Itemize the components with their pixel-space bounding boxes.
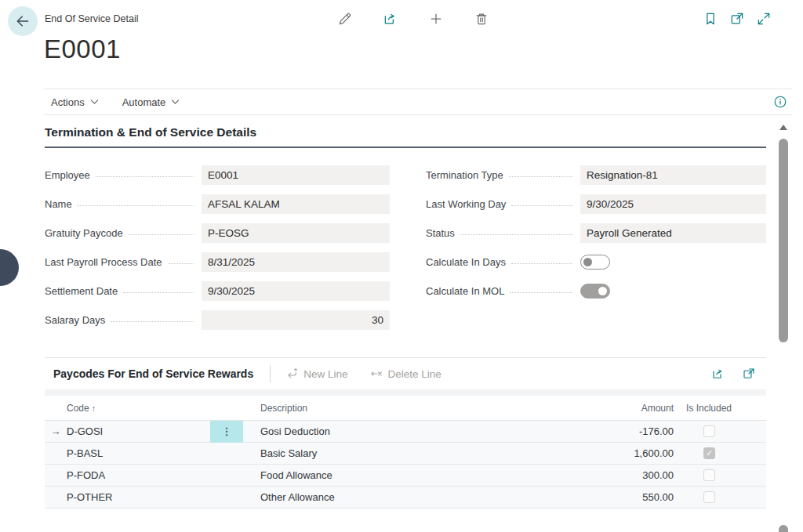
info-icon xyxy=(773,95,787,109)
name-field[interactable]: AFSAL KALAM xyxy=(202,194,390,214)
field-label: Salaray Days xyxy=(45,314,105,326)
field-label: Employee xyxy=(45,169,90,181)
table-row[interactable]: P-FODA Food Allowance 300.00 xyxy=(45,465,766,487)
description-cell[interactable]: Basic Salary xyxy=(243,447,572,459)
new-line-icon xyxy=(285,367,298,380)
dotted-leader xyxy=(168,263,194,264)
dotted-leader xyxy=(509,176,572,177)
field-label: Termination Type xyxy=(426,169,503,181)
gratuity-paycode-field[interactable]: P-EOSG xyxy=(202,223,390,243)
field-last-working-day: Last Working Day 9/30/2025 xyxy=(426,190,766,219)
field-label: Calculate In MOL xyxy=(426,285,504,297)
automate-menu-label: Automate xyxy=(122,96,166,108)
paycodes-part-header: Paycodes For End of Service Rewards New … xyxy=(45,357,766,389)
trash-icon xyxy=(474,11,489,27)
code-cell[interactable]: P-BASL xyxy=(67,447,210,459)
open-in-new-window-button[interactable] xyxy=(729,11,745,27)
column-header-code[interactable]: Code↑ xyxy=(67,403,210,414)
scrollbar-thumb-bottom[interactable] xyxy=(779,525,788,532)
amount-cell[interactable]: 1,600.00 xyxy=(572,447,674,459)
termination-fields: Employee E0001 Name AFSAL KALAM Gratuity… xyxy=(45,161,766,335)
is-included-checkbox[interactable] xyxy=(703,447,715,459)
column-header-description[interactable]: Description xyxy=(243,403,572,414)
paycodes-part-title: Paycodes For End of Service Rewards xyxy=(45,367,253,380)
row-ellipsis-button[interactable]: ⋮ xyxy=(210,421,243,443)
termination-type-field[interactable]: Resignation-81 xyxy=(580,165,766,185)
description-cell[interactable]: Food Allowance xyxy=(243,469,572,481)
back-button[interactable] xyxy=(8,6,38,36)
code-cell[interactable]: P-OTHER xyxy=(67,491,210,503)
table-row[interactable]: P-BASL Basic Salary 1,600.00 xyxy=(45,443,766,465)
calculate-in-mol-toggle[interactable] xyxy=(580,284,610,299)
actions-menu-label: Actions xyxy=(51,96,85,108)
plus-icon xyxy=(428,11,444,27)
field-gratuity-paycode: Gratuity Paycode P-EOSG xyxy=(45,219,390,248)
info-button[interactable] xyxy=(773,95,787,109)
scrollbar-up-arrow[interactable] xyxy=(779,125,787,130)
active-row-marker: → xyxy=(45,425,67,437)
new-line-label: New Line xyxy=(303,368,347,380)
last-payroll-process-date-field[interactable]: 8/31/2025 xyxy=(202,252,390,272)
end-of-service-detail-page: End Of Service Detail E0001 Actions xyxy=(0,0,803,532)
table-row[interactable]: P-OTHER Other Allowance 550.00 xyxy=(45,487,766,508)
chevron-down-icon xyxy=(90,99,99,105)
page-title: E0001 xyxy=(44,34,121,64)
termination-section-title: Termination & End of Service Details xyxy=(45,125,766,139)
paycodes-table-header: Code↑ Description Amount Is Included xyxy=(45,396,766,421)
dotted-leader xyxy=(511,263,572,264)
salaray-days-field[interactable]: 30 xyxy=(202,310,390,330)
field-calculate-in-days: Calculate In Days xyxy=(426,248,766,277)
delete-line-button[interactable]: Delete Line xyxy=(370,367,441,380)
fields-left-column: Employee E0001 Name AFSAL KALAM Gratuity… xyxy=(45,161,390,335)
field-label: Gratuity Paycode xyxy=(45,227,123,239)
bookmark-button[interactable] xyxy=(703,11,718,27)
amount-cell[interactable]: 550.00 xyxy=(572,491,674,503)
action-menubar: Actions Automate xyxy=(45,89,792,115)
amount-cell[interactable]: -176.00 xyxy=(572,425,674,437)
part-open-button[interactable] xyxy=(742,367,756,381)
dotted-leader xyxy=(129,234,194,235)
status-field[interactable]: Payroll Generated xyxy=(580,223,766,243)
automate-menu[interactable]: Automate xyxy=(122,96,180,108)
field-label: Calculate In Days xyxy=(426,256,506,268)
last-working-day-field[interactable]: 9/30/2025 xyxy=(580,194,766,214)
calculate-in-days-toggle[interactable] xyxy=(580,255,610,270)
delete-record-button[interactable] xyxy=(474,11,489,27)
is-included-checkbox[interactable] xyxy=(703,469,715,481)
table-row[interactable]: → D-GOSI ⋮ Gosi Deduction -176.00 xyxy=(45,421,766,443)
part-separator-strip xyxy=(45,389,766,396)
part-share-button[interactable] xyxy=(711,367,725,381)
record-toolbar xyxy=(337,11,489,27)
back-arrow-icon xyxy=(15,13,31,29)
code-cell[interactable]: D-GOSI xyxy=(67,425,210,437)
field-label: Status xyxy=(426,227,455,239)
dotted-leader xyxy=(511,205,572,206)
description-cell[interactable]: Other Allowance xyxy=(243,491,572,503)
dotted-leader xyxy=(78,205,194,206)
side-panel-handle[interactable] xyxy=(0,249,19,286)
is-included-checkbox[interactable] xyxy=(703,425,715,437)
field-termination-type: Termination Type Resignation-81 xyxy=(426,161,766,190)
column-header-is-included[interactable]: Is Included xyxy=(674,403,766,414)
field-label: Last Payroll Process Date xyxy=(45,256,162,268)
scrollbar-thumb[interactable] xyxy=(779,139,788,342)
expand-button[interactable] xyxy=(756,11,772,27)
column-header-amount[interactable]: Amount xyxy=(572,403,674,414)
amount-cell[interactable]: 300.00 xyxy=(572,469,674,481)
employee-field[interactable]: E0001 xyxy=(202,165,390,185)
edit-button[interactable] xyxy=(337,11,353,27)
new-line-button[interactable]: New Line xyxy=(285,367,347,380)
dotted-leader xyxy=(111,321,194,322)
share-button[interactable] xyxy=(383,11,398,27)
actions-menu[interactable]: Actions xyxy=(51,96,99,108)
is-included-checkbox[interactable] xyxy=(703,491,715,503)
dotted-leader xyxy=(96,176,194,177)
divider xyxy=(270,365,271,382)
settlement-date-field[interactable]: 9/30/2025 xyxy=(202,281,390,301)
field-salaray-days: Salaray Days 30 xyxy=(45,306,390,335)
new-record-button[interactable] xyxy=(428,11,444,27)
fields-right-column: Termination Type Resignation-81 Last Wor… xyxy=(426,161,766,335)
field-label: Settlement Date xyxy=(45,285,118,297)
code-cell[interactable]: P-FODA xyxy=(67,469,210,481)
description-cell[interactable]: Gosi Deduction xyxy=(243,425,572,437)
